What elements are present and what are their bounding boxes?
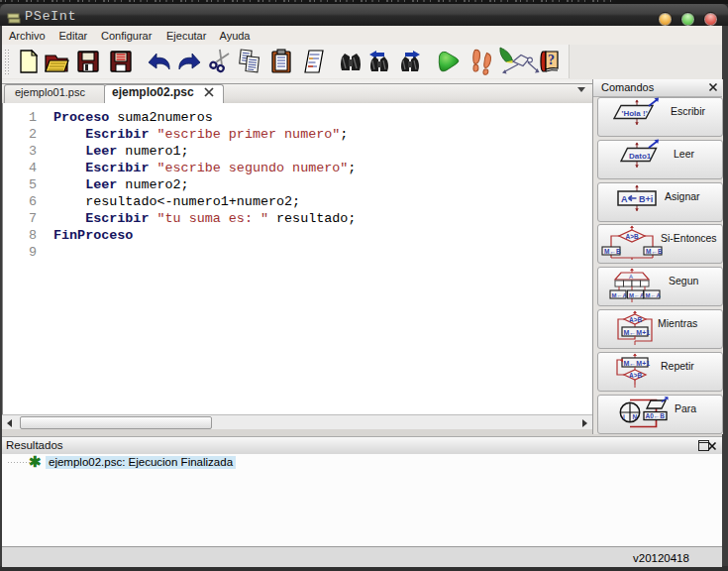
svg-text:M←A: M←A: [612, 292, 628, 298]
svg-text:M←B: M←B: [604, 248, 621, 255]
svg-text:A: A: [629, 274, 633, 280]
svg-text:A>B: A>B: [629, 316, 642, 323]
svg-text:M←M+1: M←M+1: [624, 329, 651, 336]
svg-text:i: i: [623, 413, 625, 420]
svg-text:M←A: M←A: [646, 292, 662, 298]
svg-text:A: A: [621, 194, 628, 204]
svg-text:A>B: A>B: [626, 233, 639, 240]
svg-text:M←B: M←B: [646, 248, 663, 255]
svg-text:?: ?: [548, 53, 555, 67]
svg-text:N: N: [633, 413, 638, 420]
svg-text:Dato1: Dato1: [629, 152, 652, 161]
svg-text:M←A: M←A: [629, 292, 645, 298]
svg-text:A>B: A>B: [629, 372, 642, 379]
svg-text:'Hola !': 'Hola !': [622, 109, 648, 118]
svg-text:B+i: B+i: [639, 194, 653, 204]
svg-text:A0←B: A0←B: [646, 412, 666, 419]
svg-text:M←M+1: M←M+1: [624, 360, 651, 367]
